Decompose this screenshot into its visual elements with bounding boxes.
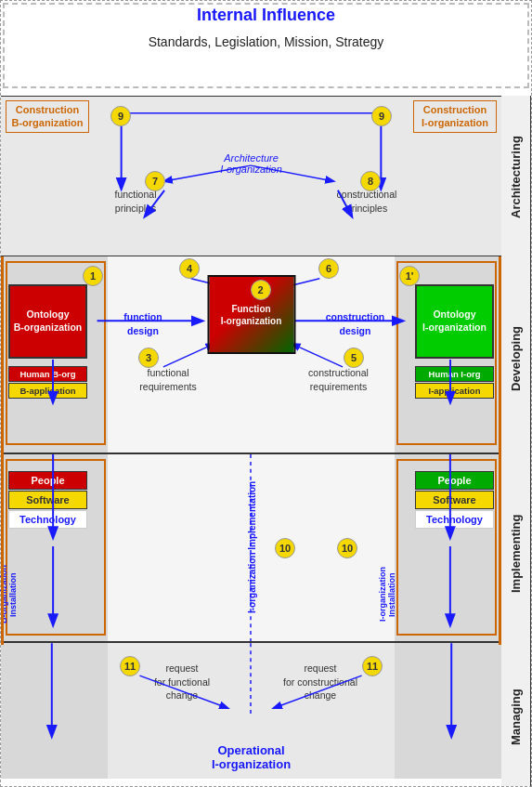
human-b-section: Human B-org B-application [8, 366, 87, 399]
content-area: ConstructionB-organization ConstructionI… [1, 94, 501, 786]
ontology-b-box: OntologyB-organization [8, 284, 87, 359]
circle-11-right: 11 [362, 656, 383, 676]
right-orange-line [499, 256, 501, 645]
ontology-i-box: OntologyI-organization [415, 284, 494, 359]
circle-1prime: 1' [399, 266, 420, 286]
circle-11-left: 11 [120, 656, 140, 676]
i-org-installation-label: I-organization Installation [380, 548, 395, 641]
arch-section: ConstructionB-organization ConstructionI… [1, 96, 501, 256]
i-org-implementation-label: I-organization Implementation [246, 473, 256, 622]
functional-principles-label: functionalprinciples [98, 188, 173, 215]
circle-2: 2 [251, 280, 271, 300]
arch-i-org-label: ArchitectureI-organization [220, 152, 282, 175]
request-functional-label: requestfor functionalchange [140, 662, 224, 702]
human-i-label: Human I-org [415, 366, 494, 382]
arch-inner: ConstructionB-organization ConstructionI… [1, 97, 501, 256]
impl-section: People Software Technology People Softwa… [1, 454, 501, 643]
mgmt-section: requestfor functionalchange requestfor c… [1, 643, 501, 779]
b-application-label: B-application [8, 383, 87, 399]
technology-i-label: Technology [415, 510, 494, 529]
circle-10-right: 10 [337, 538, 357, 558]
pst-i-stack: People Software Technology [415, 471, 494, 529]
gray-left-mgmt [1, 643, 108, 779]
operational-i-org-label: OperationalI-organization [212, 743, 291, 771]
standards-text: Standards, Legislation, Mission, Strateg… [149, 34, 384, 49]
constructional-req-label: constructionalrequirements [294, 366, 383, 393]
circle-5: 5 [344, 348, 364, 368]
main-wrapper: Internal Influence Standards, Legislatio… [0, 0, 532, 787]
circle-6: 6 [318, 258, 339, 279]
left-orange-line [1, 256, 4, 645]
gray-right-mgmt [395, 643, 501, 779]
constructional-principles-label: constructionalprinciples [320, 188, 413, 215]
top-section: Internal Influence Standards, Legislatio… [1, 1, 531, 94]
people-b-label: People [8, 471, 87, 490]
svg-line-14 [292, 344, 343, 367]
function-design-label: functiondesign [110, 310, 175, 337]
circle-1: 1 [83, 266, 103, 286]
band-implementing: Implementing [501, 458, 531, 649]
circle-8: 8 [360, 171, 381, 191]
internal-influence-title: Internal Influence [197, 6, 335, 25]
circle-10-left: 10 [275, 538, 295, 558]
circle-9-left: 9 [110, 106, 131, 126]
b-org-construction-label: ConstructionB-organization [6, 100, 89, 133]
software-b-label: Software [8, 491, 87, 509]
construction-design-label: constructiondesign [316, 310, 395, 337]
software-i-label: Software [415, 491, 494, 509]
circle-7: 7 [145, 171, 165, 191]
request-constructional-label: requestfor constructionalchange [274, 662, 367, 702]
band-developing: Developing [501, 258, 531, 458]
band-managing: Managing [501, 649, 531, 786]
technology-b-label: Technology [8, 510, 87, 529]
circle-3: 3 [138, 348, 159, 368]
people-i-label: People [415, 471, 494, 490]
pst-b-stack: People Software Technology [8, 471, 87, 529]
human-b-label: Human B-org [8, 366, 87, 382]
i-org-construction-label: ConstructionI-organization [413, 100, 497, 133]
human-i-section: Human I-org I-application [415, 366, 494, 399]
circle-9-right: 9 [371, 106, 392, 126]
dev-section: OntologyB-organization OntologyI-organiz… [1, 256, 501, 454]
functional-req-label: functionalrequirements [131, 366, 205, 393]
circle-4: 4 [179, 258, 200, 279]
i-application-label: I-application [415, 383, 494, 399]
band-architecturing: Architecturing [501, 96, 531, 258]
